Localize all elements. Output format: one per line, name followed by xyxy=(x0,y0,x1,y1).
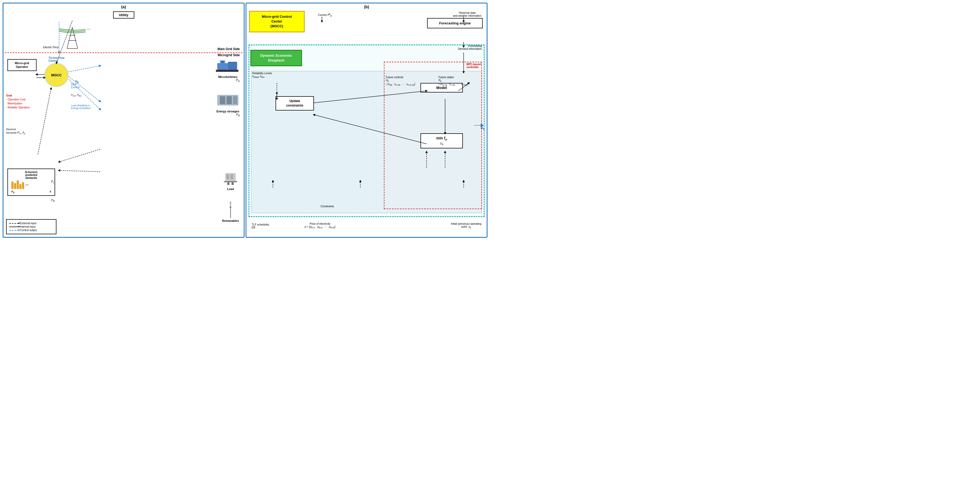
svg-rect-20 xyxy=(232,182,234,185)
svg-rect-13 xyxy=(226,96,232,104)
svg-rect-6 xyxy=(217,63,228,70)
panel-b-label: (b) xyxy=(364,5,369,9)
load-label: Load xyxy=(223,187,239,191)
pd-axis: PD xyxy=(11,190,14,194)
svg-rect-10 xyxy=(216,70,239,72)
load-image: Load xyxy=(223,172,239,191)
tieline-label: Tie-line FlowControl xyxy=(48,56,64,62)
electric-price-label: Electric Price xyxy=(43,46,59,49)
svg-line-35 xyxy=(59,170,100,172)
future-states-label: Future states Xk = [xk+1|k xk+2|k ··· xk… xyxy=(439,76,481,86)
forecasting-engine-label: Forecasting engine xyxy=(439,21,471,25)
der-control-label: DERControl xyxy=(71,83,80,89)
load-shedding-label: Load Shedding orEnergy Dissipation xyxy=(71,104,91,110)
energy-storage-label: Energy stroages xyxy=(216,110,240,113)
pb-label: PB xyxy=(216,113,240,117)
dynamic-dispatch-label: Dynamic Economic Disaptach xyxy=(261,54,292,62)
svg-point-9 xyxy=(221,61,224,63)
mgcc-b-label: Micro-grid ControlCenter(MGCC) xyxy=(262,14,292,28)
update-constraints-box: Updateconstraints xyxy=(275,96,314,110)
bar-1 xyxy=(11,182,14,189)
mgcc-label: MGCC xyxy=(51,73,62,77)
svg-rect-12 xyxy=(220,96,225,104)
svg-line-29 xyxy=(68,66,100,72)
legend-external: ▶ External input xyxy=(9,222,53,225)
bar-5 xyxy=(22,182,24,189)
utility-label: Utility xyxy=(119,13,128,17)
model-label: Model xyxy=(436,86,447,90)
bar-chart: ··· xyxy=(10,180,52,190)
svg-rect-19 xyxy=(228,182,229,185)
operator-box: Micro-gridOperator xyxy=(7,59,37,71)
svg-line-34 xyxy=(59,149,100,162)
mgcc-yellow-box: Micro-grid ControlCenter(MGCC) xyxy=(249,11,305,32)
svg-line-1 xyxy=(72,27,78,48)
uk-output-label: uk xyxy=(480,125,485,131)
svg-rect-16 xyxy=(226,174,229,179)
microturbines-label: Microturbines xyxy=(216,75,240,78)
historical-data-label: Historical dataand weather information xyxy=(453,11,481,17)
bar-2 xyxy=(14,183,16,189)
panel-a-label: (a) xyxy=(121,5,126,9)
utility-box: Utility xyxy=(113,11,134,19)
k-axis: k xyxy=(50,190,51,194)
nhorizon-label: N-horizonpredicteddemands xyxy=(25,170,38,179)
chart-axes: PD k xyxy=(10,190,52,194)
electrical-demands-label: ElectricalDemands PkD, P̂D xyxy=(6,128,25,135)
red-divider xyxy=(5,53,242,53)
microturbines-image: Microturbines PG xyxy=(216,58,240,83)
price-electricity-label: Price of electricity ρ = [ρk+1 ρk+2 ··· … xyxy=(305,222,336,229)
legend-box: ▶ External input ▶ Internal input ▶ Cont… xyxy=(6,219,56,234)
reliability-levels-label: Reliability Levelsηshed, ηres xyxy=(252,72,272,78)
panel-b: (b) Micro-grid ControlCenter(MGCC) Curre… xyxy=(246,3,487,238)
svg-rect-17 xyxy=(231,174,233,179)
svg-line-33 xyxy=(38,88,51,154)
svg-line-25 xyxy=(228,201,234,207)
microgrid-label: Microgrid Side xyxy=(218,53,240,57)
legend-control: ▶ Control output xyxy=(9,229,53,232)
legend-external-label: External input xyxy=(20,222,36,225)
svg-rect-18 xyxy=(224,181,237,182)
min-fo-box: min fo Uk xyxy=(420,133,463,148)
initial-point-label: Initial (previous) operatingpoint xk xyxy=(451,222,481,229)
svg-line-30 xyxy=(68,76,100,102)
tlf-schedules-label: TLF schedules,EB xyxy=(252,223,270,229)
forecasting-demand-label: ForecastingDemand Information xyxy=(458,45,482,50)
arrows-svg-a xyxy=(3,3,244,237)
svg-rect-14 xyxy=(233,96,237,104)
main-container: (a) Main Grid Side Microgrid Side Utilit… xyxy=(3,3,487,238)
mpc-controller-label: MPC-basedcontroller xyxy=(466,63,481,68)
legend-control-label: Control output xyxy=(20,229,37,232)
forecasting-engine-box: Forecasting engine xyxy=(427,18,483,29)
svg-line-24 xyxy=(228,201,233,207)
goal-title: Goal xyxy=(6,94,12,97)
svg-text:···: ··· xyxy=(87,27,90,31)
pgk-pbk-label: PG,k, PB,k xyxy=(71,94,81,97)
constraints-label: Constraints xyxy=(321,205,334,208)
svg-line-0 xyxy=(67,27,72,48)
update-constraints-label: Updateconstraints xyxy=(286,99,303,107)
future-controls-label: Future controls Uk = [uk|k uk+1|k ··· uk… xyxy=(386,76,415,86)
legend-internal: ▶ Internal input xyxy=(9,225,53,228)
renewables-label: Renewables xyxy=(221,219,240,222)
main-grid-label: Main Grid Side xyxy=(218,47,240,51)
min-fo-label: min fo xyxy=(436,136,447,140)
legend-internal-label: Internal input xyxy=(20,225,35,228)
dynamic-dispatch-box: Dynamic Economic Disaptach xyxy=(250,50,302,66)
current-demand-label: Current PkD xyxy=(318,13,332,17)
bar-4 xyxy=(19,184,21,189)
nhorizon-box: N-horizonpredicteddemands ··· PD k xyxy=(7,169,55,196)
renewables-image: Renewables xyxy=(221,201,240,222)
pr-annotation: PR xyxy=(51,199,55,202)
goal-item-2: - Reliable Operation xyxy=(6,106,30,109)
pl-annotation: PL xyxy=(51,180,54,184)
bar-3 xyxy=(17,180,19,189)
goal-item-1: - Operation Cost Minimization xyxy=(6,98,25,105)
tower-image: ··· xyxy=(59,25,112,52)
goal-text: Goal - Operation Cost Minimization - Rel… xyxy=(6,94,30,110)
panel-a: (a) Main Grid Side Microgrid Side Utilit… xyxy=(3,3,245,238)
operator-label: Micro-gridOperator xyxy=(15,62,29,68)
mgcc-circle: MGCC xyxy=(45,63,68,87)
energy-storage-image: Energy stroages PB xyxy=(216,94,240,117)
svg-rect-7 xyxy=(228,62,237,70)
